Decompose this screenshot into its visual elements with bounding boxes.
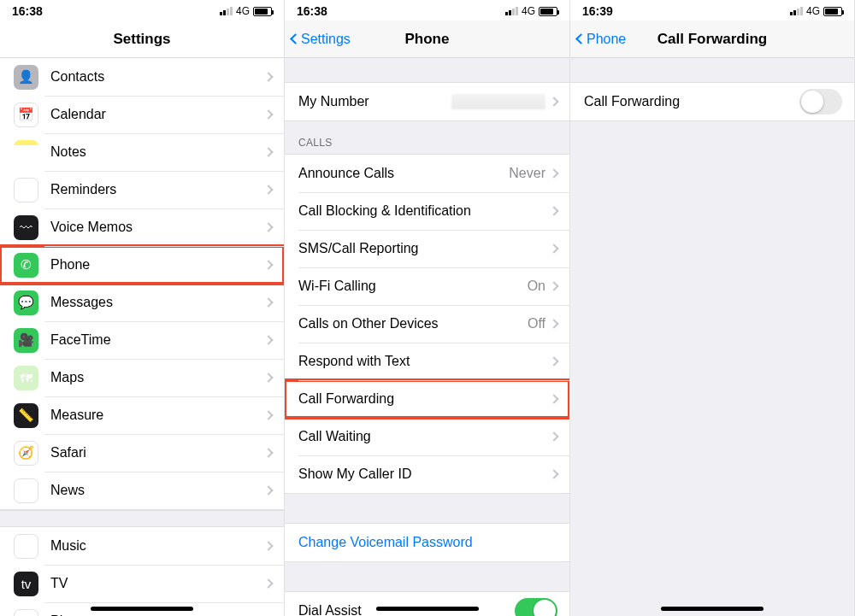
chevron-right-icon: [263, 541, 273, 550]
row-dial-assist[interactable]: Dial Assist: [285, 592, 569, 616]
photos-icon: ❋: [14, 609, 38, 617]
row-wi-fi-calling[interactable]: Wi-Fi CallingOn: [285, 267, 569, 305]
row-measure[interactable]: 📏Measure: [0, 396, 284, 434]
chevron-right-icon: [549, 469, 558, 478]
news-icon: N: [14, 478, 38, 503]
back-button[interactable]: Settings: [292, 32, 351, 47]
home-indicator[interactable]: [661, 607, 764, 611]
panel-phone: 16:38 4G Settings Phone My Number CALLS …: [285, 0, 570, 616]
row-label: Wi-Fi Calling: [298, 279, 528, 294]
chevron-right-icon: [263, 485, 273, 495]
battery-icon: [539, 7, 557, 16]
row-show-my-caller-id[interactable]: Show My Caller ID: [285, 455, 569, 493]
status-right: 4G: [505, 5, 557, 17]
row-announce-calls[interactable]: Announce CallsNever: [285, 155, 569, 192]
phone-settings-list[interactable]: My Number CALLS Announce CallsNeverCall …: [285, 58, 569, 616]
row-label: Safari: [50, 445, 265, 461]
call-forwarding-toggle[interactable]: [799, 89, 842, 114]
status-time: 16:38: [297, 4, 327, 18]
back-button[interactable]: Phone: [577, 32, 626, 47]
row-news[interactable]: NNews: [0, 472, 284, 509]
row-label: Call Forwarding: [298, 391, 551, 407]
row-calls-on-other-devices[interactable]: Calls on Other DevicesOff: [285, 305, 569, 343]
row-calendar[interactable]: 📅Calendar: [0, 96, 284, 133]
row-music[interactable]: ♪Music: [0, 527, 284, 565]
chevron-left-icon: [290, 33, 301, 44]
row-value: On: [528, 279, 545, 294]
home-indicator[interactable]: [91, 607, 193, 611]
reminders-icon: ≡: [14, 178, 38, 202]
row-label: Notes: [50, 144, 265, 160]
row-value: Off: [528, 316, 545, 331]
page-title: Phone: [405, 31, 450, 48]
chevron-right-icon: [549, 319, 558, 328]
page-title: Call Forwarding: [657, 31, 767, 48]
row-notes[interactable]: Notes: [0, 133, 284, 171]
battery-icon: [823, 7, 842, 16]
chevron-left-icon: [575, 33, 587, 44]
signal-icon: [505, 7, 518, 15]
row-call-blocking-identification[interactable]: Call Blocking & Identification: [285, 192, 569, 230]
chevron-right-icon: [263, 297, 273, 307]
chevron-right-icon: [263, 335, 273, 344]
row-call-waiting[interactable]: Call Waiting: [285, 418, 569, 455]
nav-bar: Settings: [0, 21, 284, 58]
chevron-right-icon: [549, 431, 558, 441]
row-label: SMS/Call Reporting: [298, 241, 551, 256]
safari-icon: 🧭: [14, 441, 38, 466]
row-contacts[interactable]: 👤Contacts: [0, 58, 284, 96]
status-time: 16:39: [582, 4, 613, 18]
row-label: FaceTime: [50, 332, 265, 348]
tv-icon: tv: [14, 572, 38, 596]
row-label: Voice Memos: [50, 220, 265, 235]
row-call-forwarding-toggle[interactable]: Call Forwarding: [570, 83, 854, 120]
row-label: Calls on Other Devices: [298, 316, 528, 331]
row-maps[interactable]: 🗺Maps: [0, 359, 284, 396]
row-label: Reminders: [50, 182, 265, 197]
row-my-number[interactable]: My Number: [285, 83, 569, 120]
row-label: Respond with Text: [298, 354, 551, 369]
settings-list[interactable]: 👤Contacts📅CalendarNotes≡Reminders〰Voice …: [0, 58, 284, 616]
chevron-right-icon: [263, 109, 273, 119]
row-phone[interactable]: ✆Phone: [0, 246, 284, 284]
dial-assist-toggle[interactable]: [515, 598, 557, 616]
my-number-label: My Number: [298, 94, 451, 109]
chevron-right-icon: [263, 373, 273, 382]
measure-icon: 📏: [14, 403, 38, 428]
status-right: 4G: [790, 5, 842, 17]
row-reminders[interactable]: ≡Reminders: [0, 171, 284, 208]
chevron-right-icon: [263, 448, 273, 457]
chevron-right-icon: [263, 410, 273, 419]
chevron-right-icon: [549, 206, 558, 215]
status-bar: 16:38 4G: [285, 0, 569, 21]
home-indicator[interactable]: [376, 607, 479, 611]
row-facetime[interactable]: 🎥FaceTime: [0, 321, 284, 359]
row-label: News: [50, 483, 265, 498]
section-header-calls: CALLS: [285, 121, 569, 154]
row-respond-with-text[interactable]: Respond with Text: [285, 343, 569, 380]
row-change-voicemail-password[interactable]: Change Voicemail Password: [285, 524, 569, 561]
call-forwarding-list[interactable]: Call Forwarding: [570, 58, 854, 616]
row-tv[interactable]: tvTV: [0, 565, 284, 602]
messages-icon: 💬: [14, 290, 38, 315]
back-label: Settings: [301, 32, 351, 47]
chevron-right-icon: [549, 97, 558, 106]
row-voice-memos[interactable]: 〰Voice Memos: [0, 208, 284, 246]
row-sms-call-reporting[interactable]: SMS/Call Reporting: [285, 230, 569, 267]
row-call-forwarding[interactable]: Call Forwarding: [285, 380, 569, 418]
row-label: Maps: [50, 370, 265, 385]
row-label: Calendar: [50, 107, 265, 122]
back-label: Phone: [587, 32, 626, 47]
nav-bar: Phone Call Forwarding: [570, 21, 854, 58]
row-safari[interactable]: 🧭Safari: [0, 434, 284, 472]
chevron-right-icon: [263, 185, 273, 194]
row-messages[interactable]: 💬Messages: [0, 284, 284, 321]
network-label: 4G: [236, 5, 250, 17]
row-label: Announce Calls: [298, 166, 509, 181]
status-bar: 16:38 4G: [0, 0, 284, 21]
page-title: Settings: [113, 31, 170, 48]
status-time: 16:38: [12, 4, 43, 18]
row-label: Music: [50, 538, 265, 554]
nav-bar: Settings Phone: [285, 21, 569, 58]
voicemail-link-label: Change Voicemail Password: [298, 535, 557, 550]
